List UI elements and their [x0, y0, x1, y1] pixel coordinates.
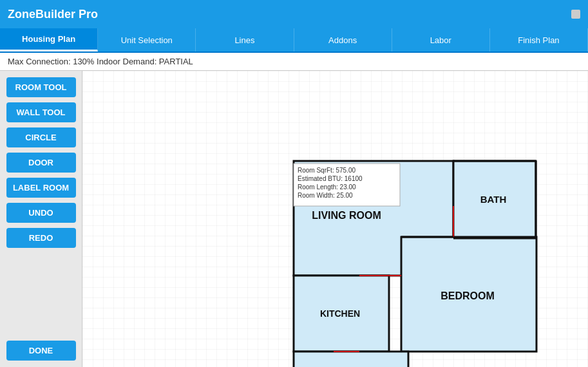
app-title: ZoneBuilder Pro [8, 8, 98, 21]
door-button[interactable]: DOOR [6, 153, 76, 173]
redo-button[interactable]: REDO [6, 228, 76, 248]
circle-button[interactable]: CIRCLE [6, 127, 76, 147]
wall-tool-button[interactable]: WALL TOOL [6, 102, 76, 122]
grid-svg: LIVING ROOM BATH KITCHEN BEDROOM PORCH R… [82, 71, 588, 367]
tab-finish-plan[interactable]: Finish Plan [490, 28, 588, 52]
undo-button[interactable]: UNDO [6, 203, 76, 223]
kitchen-label: KITCHEN [320, 308, 360, 319]
tab-addons[interactable]: Addons [294, 28, 392, 52]
navbar: Housing Plan Unit Selection Lines Addons… [0, 28, 588, 53]
minimize-button[interactable] [571, 10, 580, 19]
titlebar: ZoneBuilder Pro [0, 0, 588, 28]
svg-text:Room SqrFt: 575.00: Room SqrFt: 575.00 [298, 167, 356, 174]
svg-text:Room Width: 25.00: Room Width: 25.00 [298, 192, 353, 199]
svg-rect-6 [294, 352, 408, 367]
label-room-button[interactable]: LABEL ROOM [6, 178, 76, 198]
bath-label: BATH [480, 194, 507, 205]
statusbar: Max Connection: 130% Indoor Demand: PART… [0, 53, 588, 71]
tab-lines[interactable]: Lines [196, 28, 294, 52]
svg-text:Estimated BTU: 16100: Estimated BTU: 16100 [298, 175, 363, 182]
sidebar: ROOM TOOL WALL TOOL CIRCLE DOOR LABEL RO… [0, 71, 82, 367]
tab-labor[interactable]: Labor [392, 28, 490, 52]
tab-unit-selection[interactable]: Unit Selection [98, 28, 196, 52]
room-tool-button[interactable]: ROOM TOOL [6, 77, 76, 97]
done-button[interactable]: DONE [6, 341, 76, 361]
tab-housing-plan[interactable]: Housing Plan [0, 28, 98, 52]
bedroom-label: BEDROOM [441, 290, 495, 301]
canvas-area[interactable]: LIVING ROOM BATH KITCHEN BEDROOM PORCH R… [82, 71, 588, 367]
living-room-label: LIVING ROOM [312, 210, 381, 221]
main-layout: ROOM TOOL WALL TOOL CIRCLE DOOR LABEL RO… [0, 71, 588, 367]
status-text: Max Connection: 130% Indoor Demand: PART… [8, 57, 193, 66]
svg-text:Room Length: 23.00: Room Length: 23.00 [298, 184, 356, 191]
